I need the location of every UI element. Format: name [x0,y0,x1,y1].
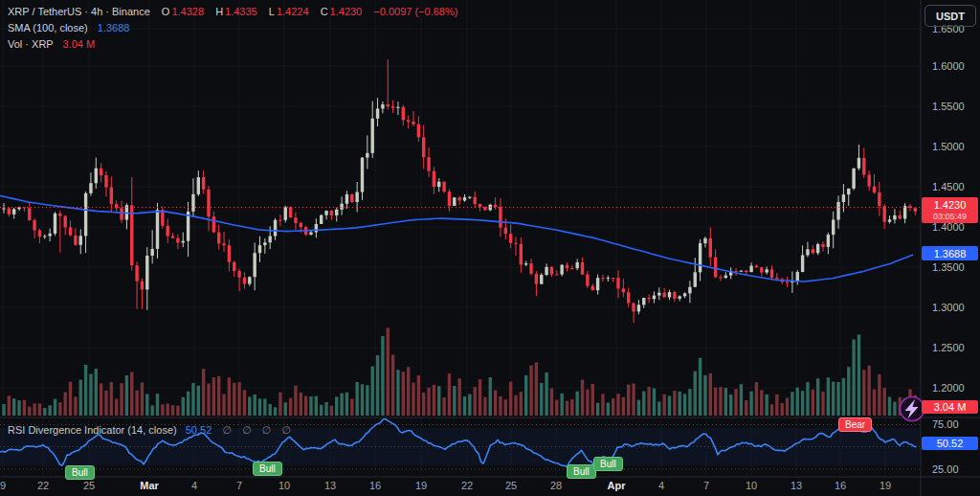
rsi-value-badge: 50.52 [922,437,978,450]
close-label: C [321,6,328,17]
sma-value: 1.3688 [98,22,130,34]
time-axis-label: 22 [37,480,49,491]
low-value: 1.4224 [277,6,309,17]
bar-countdown: 03:05:49 [933,211,967,222]
rsi-value: 50.52 [186,424,212,436]
trading-chart-app: XRP / TetherUS · 4h · Binance O1.4328 H1… [0,0,980,496]
rsi-legend-row[interactable]: RSI Divergence Indicator (14, close) 50.… [8,424,295,437]
candlesticks [2,59,917,323]
chart-legend: XRP / TetherUS · 4h · Binance O1.4328 H1… [8,4,459,53]
open-label: O [162,6,170,17]
symbol-legend-row[interactable]: XRP / TetherUS · 4h · Binance O1.4328 H1… [8,4,459,20]
bull-signal-tag: Bull [593,457,623,471]
bull-signal-tag: Bull [567,464,596,479]
last-price-value: 1.4230 [934,199,967,211]
time-axis-label: 4 [191,480,197,491]
volume-value: 3.04 M [63,38,96,50]
time-axis-label: 4 [658,480,664,491]
time-axis-label: 19 [880,480,891,491]
rsi-axis-label: 75.00 [932,418,959,430]
time-axis-label: 25 [505,480,517,491]
time-axis-label: 16 [369,480,381,491]
price-axis-label: 1.3500 [932,261,965,273]
time-axis-label: 28 [550,480,562,491]
time-axis-label: Apr [608,480,626,491]
time-axis-label: 22 [461,480,473,491]
time-axis-label: 13 [791,480,802,491]
close-value: 1.4230 [330,6,363,17]
rsi-empty-markers: ∅ ∅ ∅ ∅ [222,424,295,436]
low-label: L [269,6,275,17]
price-axis-label: 1.4500 [932,181,965,192]
sma-legend-row[interactable]: SMA (100, close) 1.3688 [8,20,459,36]
time-axis-label: 25 [83,480,95,491]
bull-signal-tag: Bull [65,465,95,480]
sma-label: SMA (100, close) [8,22,88,34]
volume-legend-row[interactable]: Vol · XRP 3.04 M [8,36,459,53]
high-label: H [215,6,223,17]
bull-signal-tag: Bull [253,462,282,476]
open-value: 1.4328 [171,6,204,17]
sma-price-badge: 1.3688 [922,246,978,260]
bear-signal-tag: Bear [838,417,872,432]
chart-canvas[interactable] [0,0,980,496]
time-axis-label: 13 [324,480,336,491]
volume-label: Vol · XRP [8,38,54,50]
time-axis-label: 10 [746,480,757,491]
last-price-badge: 1.4230 03:05:49 [922,197,978,223]
price-axis-label: 1.5500 [932,101,965,112]
price-axis-label: 1.2500 [932,342,965,353]
volume-badge: 3.04 M [922,400,978,414]
time-axis-label: 7 [703,480,709,491]
price-axis-label: 1.3000 [932,302,965,313]
time-axis-label: 9 [0,480,6,491]
high-value: 1.4335 [225,6,257,17]
currency-toggle-button[interactable]: USDT [924,5,976,27]
price-axis-label: 1.2000 [932,382,965,394]
time-axis-label: 7 [236,480,242,491]
time-axis-label: 10 [278,480,290,491]
rsi-axis-label: 25.00 [932,463,959,475]
price-axis-label: 1.5000 [932,141,965,152]
time-axis-label: 16 [835,480,846,491]
time-axis-label: Mar [140,480,159,491]
rsi-title: RSI Divergence Indicator (14, close) [8,424,177,436]
time-axis-label: 19 [415,480,427,491]
volume-bars [2,327,917,416]
price-axis-label: 1.6000 [932,60,965,72]
symbol-title: XRP / TetherUS · 4h · Binance [8,6,150,17]
lightning-boost-button[interactable] [901,397,924,421]
change-value: −0.0097 (−0.68%) [373,6,457,17]
